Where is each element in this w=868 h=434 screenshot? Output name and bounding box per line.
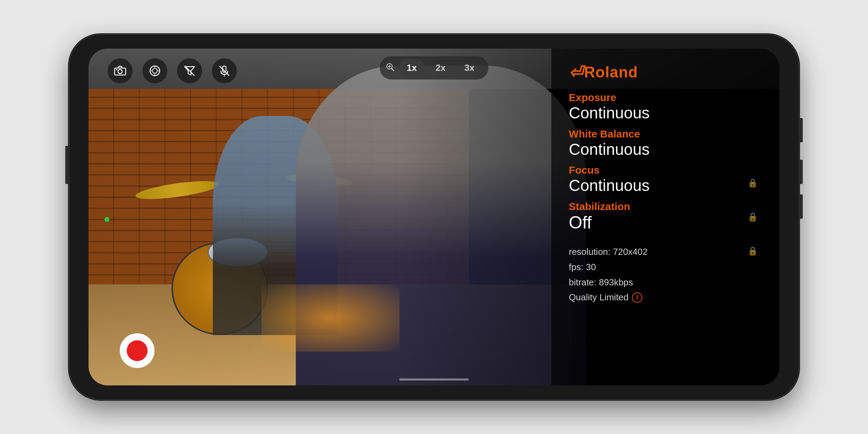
white-balance-section: White Balance Continuous <box>569 128 762 158</box>
camera-screen: 1x 2x 3x ⏎ Roland Exposure Continuous Wh… <box>89 49 779 385</box>
filter-off-button[interactable] <box>177 58 202 83</box>
floor-light <box>261 284 400 352</box>
top-controls <box>108 58 237 83</box>
zoom-3x-button[interactable]: 3x <box>456 59 483 77</box>
lock-icons-container: 🔒 🔒 🔒 <box>748 49 758 385</box>
exposure-section: Exposure Continuous <box>569 92 762 122</box>
lock-icon-3: 🔒 <box>748 246 758 256</box>
lock-icon-1: 🔒 <box>748 178 758 188</box>
stabilization-value: Off <box>569 213 762 232</box>
zoom-1x-button[interactable]: 1x <box>399 59 425 77</box>
silent-switch[interactable] <box>65 146 69 184</box>
camera-switch-button[interactable] <box>108 58 133 83</box>
focus-section: Focus Continuous <box>569 164 762 194</box>
power-button[interactable] <box>799 118 803 142</box>
zoom-magnify-icon <box>385 62 395 74</box>
zoom-2x-button[interactable]: 2x <box>427 59 454 77</box>
cymbal <box>135 177 220 202</box>
lens-button[interactable] <box>142 58 167 83</box>
home-indicator <box>399 378 469 381</box>
focus-label: Focus <box>569 164 762 176</box>
roland-logo: ⏎ Roland <box>569 62 762 82</box>
svg-line-15 <box>392 68 394 71</box>
phone-container: 1x 2x 3x ⏎ Roland Exposure Continuous Wh… <box>69 35 799 399</box>
exposure-value: Continuous <box>569 104 762 122</box>
fps-text: fps: 30 <box>569 259 762 275</box>
resolution-text: resolution: 720x402 <box>569 244 762 259</box>
stabilization-section: Stabilization Off <box>569 201 762 232</box>
roland-info-panel: ⏎ Roland Exposure Continuous White Balan… <box>551 49 779 385</box>
exposure-label: Exposure <box>569 92 762 103</box>
mic-off-button[interactable] <box>212 58 237 83</box>
volume-up-button[interactable] <box>799 160 803 184</box>
stabilization-label: Stabilization <box>569 201 762 212</box>
white-balance-value: Continuous <box>569 141 762 158</box>
record-indicator <box>127 340 148 361</box>
tech-info: resolution: 720x402 fps: 30 bitrate: 893… <box>569 244 762 290</box>
zoom-controls: 1x 2x 3x <box>380 56 489 80</box>
bitrate-text: bitrate: 893kbps <box>569 275 762 290</box>
roland-logo-text: Roland <box>584 64 638 81</box>
lock-icon-2: 🔒 <box>748 212 758 222</box>
svg-point-1 <box>118 69 122 74</box>
volume-down-button[interactable] <box>799 194 803 219</box>
quality-text: Quality Limited <box>569 292 628 303</box>
white-balance-label: White Balance <box>569 128 762 140</box>
focus-value: Continuous <box>569 177 762 194</box>
quality-info-icon[interactable]: i <box>632 292 642 303</box>
status-dot <box>105 217 109 222</box>
svg-point-2 <box>116 69 117 70</box>
roland-logo-r-icon: ⏎ <box>569 62 582 82</box>
quality-row: Quality Limited i <box>569 292 762 303</box>
record-button[interactable] <box>120 333 155 368</box>
svg-point-4 <box>152 68 157 73</box>
